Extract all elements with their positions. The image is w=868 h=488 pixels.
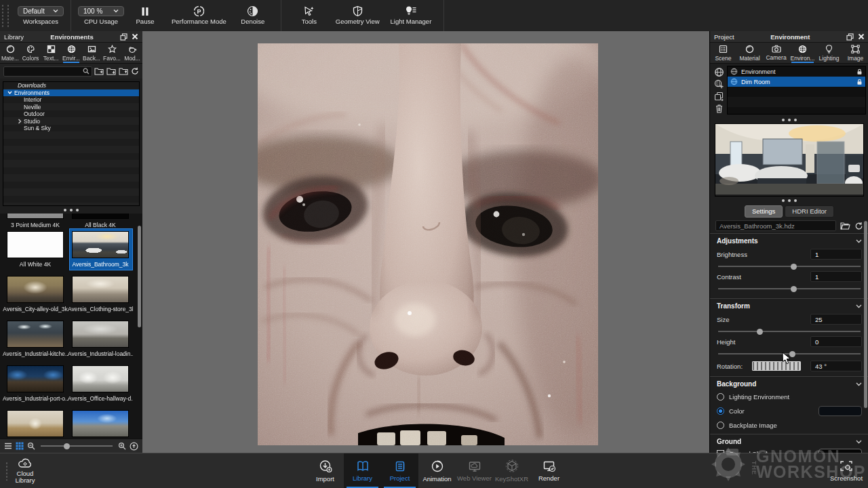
thumb-clothing-store[interactable]	[72, 276, 129, 303]
performance-mode-button[interactable]: P Performance Mode	[166, 0, 232, 31]
thumb-all-white[interactable]	[7, 231, 64, 258]
lock-icon[interactable]	[856, 68, 863, 75]
search-input[interactable]	[3, 66, 92, 77]
screenshot-button[interactable]: Screenshot	[829, 453, 864, 488]
popout-icon[interactable]	[846, 33, 854, 41]
tab-scene[interactable]: Scene	[710, 43, 736, 63]
settings-tab[interactable]: Settings	[745, 205, 783, 218]
tree-item-studio[interactable]: Studio	[3, 118, 139, 125]
tree-item-interior[interactable]: Interior	[3, 96, 139, 104]
thumb-industrial-port[interactable]	[7, 365, 64, 392]
thumb-outdoor-road[interactable]	[72, 410, 129, 437]
radio-backplate-image[interactable]: Backplate Image	[717, 422, 862, 429]
grid-view-icon[interactable]	[16, 442, 24, 450]
contrast-value[interactable]: 1	[810, 271, 862, 282]
realtime-render-view[interactable]	[142, 31, 709, 453]
list-view-icon[interactable]	[4, 443, 12, 449]
radio-color[interactable]: Color	[717, 406, 862, 416]
adjustments-header[interactable]: Adjustments	[717, 237, 862, 245]
height-slider[interactable]	[718, 353, 861, 354]
pause-button[interactable]: Pause	[124, 0, 166, 31]
brightness-slider[interactable]	[718, 266, 861, 267]
background-header[interactable]: Background	[717, 380, 862, 388]
contrast-slider[interactable]	[718, 288, 861, 289]
tab-colors[interactable]: Colors	[20, 43, 41, 63]
lock-icon[interactable]	[856, 79, 863, 85]
close-icon[interactable]	[858, 33, 865, 40]
tree-item-sun-sky[interactable]: Sun & Sky	[3, 125, 139, 132]
height-value[interactable]: 0	[810, 336, 862, 347]
background-color-swatch[interactable]	[818, 406, 862, 416]
toolbar-drag-handle-2[interactable]	[7, 4, 9, 27]
hdri-editor-tab[interactable]: HDRI Editor	[785, 205, 834, 218]
panel-splitter[interactable]	[0, 206, 142, 214]
zoom-in-icon[interactable]	[118, 442, 126, 450]
ground-header[interactable]: Ground	[717, 438, 862, 445]
zoom-out-icon[interactable]	[27, 442, 35, 450]
environment-list-item-dim-room[interactable]: Dim Room	[728, 77, 865, 87]
tree-item-outdoor[interactable]: Outdoor	[3, 110, 139, 118]
panel-splitter[interactable]	[710, 116, 868, 123]
tools-button[interactable]: Tools	[288, 0, 330, 31]
import-folder-icon[interactable]	[106, 67, 117, 75]
refresh-icon[interactable]	[131, 67, 139, 75]
slider-handle[interactable]	[789, 351, 795, 357]
rotation-value[interactable]: 43 °	[810, 361, 862, 371]
add-folder-icon[interactable]	[94, 67, 104, 75]
project-panel-scrollbar[interactable]	[864, 221, 867, 408]
project-toggle-button[interactable]: Project	[381, 453, 418, 488]
thumb-3-point-medium[interactable]	[7, 214, 64, 219]
cloud-library-button[interactable]: Cloud Library	[8, 453, 42, 488]
size-value[interactable]: 25	[810, 314, 862, 325]
slider-handle[interactable]	[791, 264, 797, 270]
tab-materials[interactable]: Mate...	[0, 43, 20, 63]
upload-library-icon[interactable]	[130, 442, 138, 451]
thumb-industrial-loading[interactable]	[72, 321, 129, 348]
reload-icon[interactable]	[854, 222, 863, 230]
library-toggle-button[interactable]: Library	[344, 453, 381, 488]
popout-icon[interactable]	[120, 33, 127, 41]
tree-item-environments[interactable]: Environments	[3, 89, 139, 97]
open-folder-icon[interactable]	[840, 222, 850, 230]
tab-backplates[interactable]: Back...	[81, 43, 102, 63]
brightness-value[interactable]: 1	[810, 249, 862, 260]
add-environment-icon[interactable]	[714, 79, 724, 89]
panel-splitter[interactable]	[710, 197, 868, 204]
toolbar-drag-handle[interactable]	[1, 4, 4, 27]
tab-environment[interactable]: Environ...	[789, 43, 816, 63]
tab-favorites[interactable]: Favo...	[102, 43, 122, 63]
denoise-button[interactable]: Denoise	[232, 0, 274, 31]
tab-image[interactable]: Image	[842, 43, 868, 63]
thumbnail-size-slider[interactable]	[41, 445, 113, 447]
export-folder-icon[interactable]	[119, 67, 129, 75]
render-button[interactable]: Render	[530, 453, 568, 488]
thumb-city-alley[interactable]	[7, 276, 64, 303]
workspaces-dropdown[interactable]: Default	[18, 6, 64, 16]
duplicate-environment-icon[interactable]	[714, 92, 724, 102]
close-icon[interactable]	[132, 33, 138, 40]
thumb-all-black[interactable]	[72, 214, 129, 219]
delete-trash-icon[interactable]	[715, 104, 724, 113]
cpu-usage-dropdown[interactable]: 100 %	[78, 6, 124, 16]
thumb-room-interior[interactable]	[7, 410, 64, 437]
slider-handle[interactable]	[791, 286, 797, 292]
tab-environments[interactable]: Envir...	[61, 43, 81, 63]
geometry-view-button[interactable]: Geometry View	[330, 0, 385, 31]
slider-handle[interactable]	[757, 329, 763, 335]
tree-item-neville[interactable]: Neville	[3, 104, 139, 111]
light-manager-button[interactable]: Light Manager	[385, 0, 437, 31]
tab-lighting[interactable]: Lighting	[816, 43, 842, 63]
environment-list-item[interactable]: Environment	[728, 66, 865, 77]
tree-item-downloads[interactable]: Downloads	[3, 82, 139, 89]
size-slider[interactable]	[718, 331, 861, 332]
thumb-bathroom[interactable]	[72, 231, 129, 258]
thumb-office-hallway[interactable]	[72, 365, 129, 392]
animation-button[interactable]: Animation	[418, 453, 456, 488]
radio-lighting-environment[interactable]: Lighting Environment	[717, 393, 862, 401]
slider-handle[interactable]	[64, 443, 70, 449]
hdri-file-field[interactable]: Aversis_Bathroom_3k.hdz	[715, 220, 836, 231]
import-button[interactable]: Import	[307, 453, 344, 488]
tab-models[interactable]: Mod...	[122, 43, 142, 63]
transform-header[interactable]: Transform	[717, 302, 862, 310]
environment-globe-icon[interactable]	[714, 67, 724, 77]
